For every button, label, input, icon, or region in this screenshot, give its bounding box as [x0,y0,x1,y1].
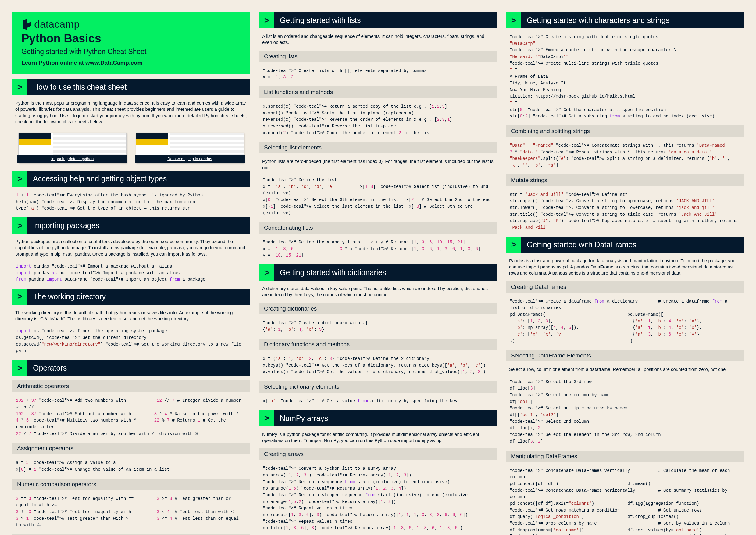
header: datacamp Python Basics Getting started w… [12,12,250,73]
thumbs: Importing data in python Data wrangling … [12,130,250,166]
code-import: import pandas "code-teal"># Import a pac… [12,262,250,284]
code-dict-create: "code-teal"># Create a dictionary with {… [259,319,497,334]
code-df-manip: "code-teal"># Concatenate DataFrames ver… [506,466,744,535]
code-dict-sel: x['a'] "code-teal"># 1 # Get a value fro… [259,397,497,406]
lists-cat-title: Concatenating lists [259,222,497,234]
compare-title: Numeric comparison operators [12,479,250,490]
logo: datacamp [21,18,241,30]
col-1: datacamp Python Basics Getting started w… [12,12,250,535]
df-sel-desc: Select a row, column or element from a d… [506,366,744,373]
code-list-create: "code-teal"># Create lists with [], elem… [259,67,497,82]
thumb-import-data[interactable]: Importing data in python [18,133,126,163]
workdir-desc: The working directory is the default fil… [12,309,250,323]
workdir-title: >The working directory [12,289,250,305]
code-compare: 3 == 3 "code-teal"># Test for equality w… [12,494,250,530]
df-desc: Pandas is a fast and powerful package fo… [506,257,744,277]
howto-desc: Python is the most popular programming l… [12,99,250,126]
lists-title: >Getting started with lists [259,12,497,28]
code-strings: "code-teal"># Create a string with doubl… [506,33,744,121]
thumb-wrangling[interactable]: Data wrangling in pandas [136,133,244,163]
col-3: >Getting started with characters and str… [506,12,744,535]
import-title: >Importing packages [12,217,250,234]
code-df-sel: "code-teal"># Select the 3rd row df.iloc… [506,378,744,446]
page-title: Python Basics [21,32,241,45]
code-workdir: import os "code-teal"># Import the opera… [12,327,250,356]
code-arith: 102 + 37 "code-teal"># Add two numbers w… [12,396,250,438]
cheat-sheet: datacamp Python Basics Getting started w… [12,12,744,535]
operators-title: >Operators [12,360,250,376]
howto-title: >How to use this cheat sheet [12,79,250,95]
code-list-sel: "code-teal"># Define the list x = ['a', … [259,176,497,218]
dicts-fun-title: Dictionary functions and methods [259,339,497,350]
dicts-desc: A dictionary stores data values in key-v… [259,285,497,298]
brand-text: datacamp [34,18,80,30]
numpy-desc: NumPy is a python package for scientific… [259,431,497,444]
col-2: >Getting started with lists A list is an… [259,12,497,535]
code-list-cat: "code-teal"># Define the x and y lists x… [259,238,497,260]
datacamp-icon [21,19,32,30]
code-list-fun: x.sorted(x) "code-teal"># Return a sorte… [259,102,497,138]
dicts-create-title: Creating dictionaries [259,303,497,315]
lists-sel-desc: Python lists are zero-indexed (the first… [259,158,497,171]
df-sel-title: Selecting DataFrame Elements [506,350,744,361]
code-df-create: "code-teal"># Create a dataframe from a … [506,297,744,346]
str-mutate-title: Mutate strings [506,175,744,186]
lists-create-title: Creating lists [259,51,497,62]
help-title: >Accessing help and getting object types [12,171,250,187]
numpy-title: >NumPy arrays [259,410,497,426]
assign-title: Assignment operators [12,442,250,454]
lists-sel-title: Selecting list elements [259,142,497,154]
code-str-mutate: str = "Jack and Jill" "code-teal"># Defi… [506,190,744,233]
page-subtitle: Getting started with Python Cheat Sheet [21,47,241,56]
dicts-title: >Getting started with dictionaries [259,265,497,281]
code-numpy-create: "code-teal"># Convert a python list to a… [259,464,497,533]
lists-desc: A list is an ordered and changeable sequ… [259,33,497,46]
lists-fun-title: List functions and methods [259,86,497,98]
str-combine-title: Combining and splitting strings [506,126,744,137]
df-title: >Getting started with DataFrames [506,237,744,253]
numpy-create-title: Creating arrays [259,448,497,460]
code-dict-fun: x = {'a': 1, 'b': 2, 'c': 3} "code-teal"… [259,354,497,377]
code-str-combine: "Data" + "Framed" "code-teal"># Concaten… [506,141,744,170]
code-assign: a = 5 "code-teal"># Assign a value to a … [12,459,250,474]
dicts-sel-title: Selecting dictionary elements [259,381,497,393]
learn-prefix: Learn Python online at [21,60,85,66]
learn-link[interactable]: www.DataCamp.com [85,60,142,66]
learn-link-row: Learn Python online at www.DataCamp.com [21,60,241,66]
df-create-title: Creating DataFrames [506,281,744,293]
df-manip-title: Manipulating DataFrames [506,451,744,462]
code-help: 1 + 1 "code-teal"># Everything after the… [12,191,250,213]
strings-title: >Getting started with characters and str… [506,12,744,28]
import-desc: Python packages are a collection of usef… [12,238,250,258]
arith-title: Arithmetic operators [12,380,250,392]
